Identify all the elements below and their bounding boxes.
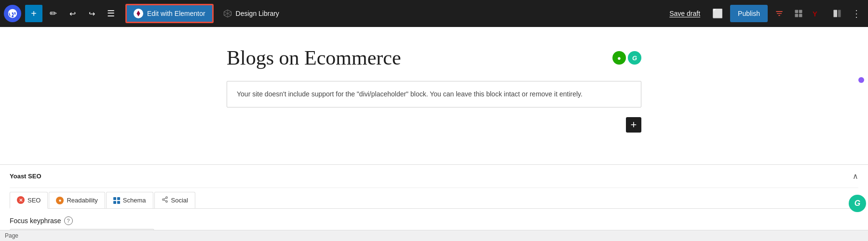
svg-rect-3 — [799, 14, 802, 17]
plus-icon: + — [31, 8, 37, 19]
sidebar-toggle-button[interactable] — [829, 6, 845, 21]
toolbar-right: Save draft ⬜ Publish Y ⋮ — [665, 5, 864, 22]
svg-line-10 — [164, 200, 166, 201]
editor-area: Blogs on Ecommerce ● G Your site doesn't… — [217, 27, 651, 155]
svg-rect-6 — [834, 10, 838, 17]
kadence-icon-button[interactable] — [791, 6, 806, 21]
list-icon: ☰ — [107, 8, 115, 19]
help-icon[interactable]: ? — [64, 216, 73, 225]
readability-status-dot: ● — [56, 197, 64, 204]
add-block-icon: + — [631, 119, 637, 131]
social-share-icon — [162, 196, 168, 204]
stackable-icon-button[interactable] — [772, 6, 787, 21]
social-tab-label: Social — [171, 197, 188, 204]
yoast-tabs: ✕ SEO ● Readability Schema — [10, 188, 858, 209]
undo-button[interactable]: ↩ — [64, 5, 81, 22]
svg-point-7 — [165, 197, 167, 199]
yoast-header: Yoast SEO ∧ — [10, 165, 858, 188]
tab-schema[interactable]: Schema — [106, 192, 153, 208]
svg-point-9 — [165, 201, 167, 202]
block-notice: Your site doesn't include support for th… — [227, 81, 641, 107]
purple-indicator-dot — [858, 77, 864, 83]
redo-button[interactable]: ↪ — [83, 5, 100, 22]
save-draft-button[interactable]: Save draft — [665, 7, 705, 20]
add-block-button[interactable]: + — [25, 5, 42, 22]
title-icons: ● G — [612, 51, 641, 65]
svg-text:Y: Y — [813, 10, 817, 18]
publish-button[interactable]: Publish — [730, 5, 768, 22]
schema-tab-label: Schema — [123, 197, 146, 204]
pencil-icon: ✏ — [50, 8, 57, 19]
document-overview-button[interactable]: ☰ — [102, 5, 120, 22]
tab-readability[interactable]: ● Readability — [49, 192, 105, 208]
redo-icon: ↪ — [89, 9, 95, 18]
tab-social[interactable]: Social — [154, 192, 195, 208]
svg-rect-1 — [799, 10, 802, 13]
add-new-block-button[interactable]: + — [626, 117, 641, 133]
monitor-icon: ⬜ — [712, 8, 723, 19]
svg-point-8 — [162, 199, 164, 201]
yoast-collapse-button[interactable]: ∧ — [853, 172, 858, 181]
grammarly-g-icon[interactable]: G — [628, 51, 641, 65]
seo-tab-label: SEO — [27, 197, 41, 204]
save-draft-label: Save draft — [669, 10, 700, 17]
schema-grid-icon — [113, 197, 120, 204]
page-title[interactable]: Blogs on Ecommerce — [227, 46, 401, 69]
tools-button[interactable]: ✏ — [44, 5, 62, 22]
collapse-icon: ∧ — [853, 172, 858, 180]
grammarly-sidebar-icon[interactable]: G — [849, 195, 866, 212]
design-library-button[interactable]: Design Library — [217, 5, 284, 22]
divi-icon — [222, 8, 233, 19]
focus-keyphrase-row: Focus keyphrase ? — [10, 216, 858, 225]
svg-rect-5 — [838, 10, 841, 17]
design-library-label: Design Library — [236, 10, 279, 17]
readability-tab-label: Readability — [67, 197, 97, 204]
page-title-row: Blogs on Ecommerce ● G — [227, 46, 641, 69]
publish-label: Publish — [738, 10, 760, 17]
yoast-icon-button[interactable]: Y — [810, 6, 826, 21]
tab-seo[interactable]: ✕ SEO — [10, 192, 48, 209]
elementor-icon — [134, 9, 143, 18]
grammarly-check-icon[interactable]: ● — [612, 51, 626, 65]
wordpress-logo[interactable] — [4, 5, 21, 22]
undo-icon: ↩ — [69, 9, 76, 18]
view-mode-button[interactable]: ⬜ — [709, 5, 726, 22]
svg-line-11 — [164, 198, 166, 199]
edit-with-elementor-button[interactable]: Edit with Elementor — [125, 4, 214, 23]
block-notice-text: Your site doesn't include support for th… — [237, 90, 583, 98]
page-footer: Page — [0, 230, 868, 241]
main-content: Blogs on Ecommerce ● G Your site doesn't… — [0, 27, 868, 241]
yoast-title: Yoast SEO — [10, 173, 41, 180]
seo-status-dot: ✕ — [17, 196, 25, 204]
svg-rect-0 — [795, 10, 799, 13]
toolbar: + ✏ ↩ ↪ ☰ Edit with Elementor Design Lib… — [0, 0, 868, 27]
page-label: Page — [5, 232, 18, 239]
svg-rect-2 — [795, 14, 799, 17]
more-options-button[interactable]: ⋮ — [849, 6, 864, 21]
focus-keyphrase-label: Focus keyphrase — [10, 217, 61, 225]
edit-elementor-label: Edit with Elementor — [147, 10, 205, 17]
